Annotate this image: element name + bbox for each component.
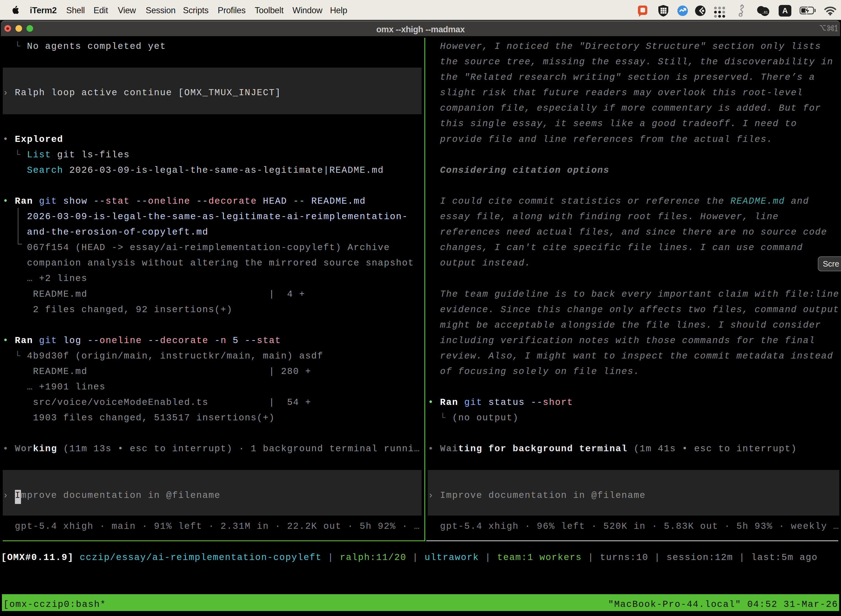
svg-text:..61: ..61 [762,10,768,14]
